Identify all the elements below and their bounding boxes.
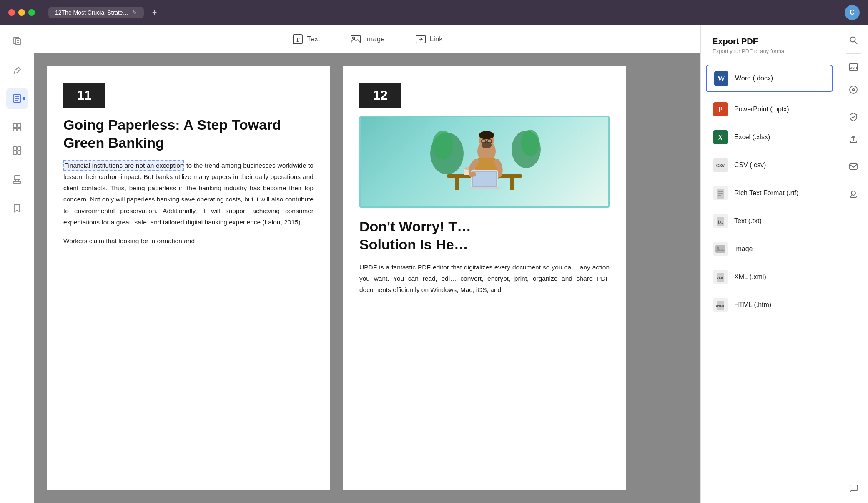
sidebar-item-stamp[interactable] [6, 169, 28, 190]
tab-title: 12The Most Crucial Strate… [55, 9, 129, 16]
export-option-word[interactable]: W Word (.docx) [706, 65, 833, 92]
selected-text: Financial institutions are not an except… [63, 160, 184, 171]
right-divider-4 [846, 180, 861, 180]
svg-rect-13 [18, 123, 21, 128]
sidebar-item-pages[interactable] [6, 30, 28, 52]
sidebar-divider-5 [9, 194, 25, 194]
new-tab-button[interactable]: + [152, 8, 157, 18]
svg-rect-12 [13, 123, 17, 128]
svg-rect-60 [717, 189, 724, 199]
export-option-word-label: Word (.docx) [735, 75, 773, 82]
svg-rect-48 [473, 172, 496, 186]
pdf-page-12: 12 [343, 66, 626, 490]
right-security-icon[interactable] [843, 107, 863, 127]
export-option-image[interactable]: Image [701, 235, 838, 263]
svg-rect-21 [13, 181, 21, 183]
page-number-11: 11 [63, 83, 105, 108]
svg-text:T: T [296, 37, 300, 43]
export-option-image-label: Image [734, 245, 753, 253]
tab[interactable]: 12The Most Crucial Strate… ✎ [48, 7, 144, 18]
export-option-csv[interactable]: CSV CSV (.csv) [701, 151, 838, 179]
toolbar-link-label: Link [430, 35, 443, 43]
csv-icon: CSV [712, 157, 728, 173]
sidebar-item-annotate[interactable] [6, 59, 28, 80]
right-search-icon[interactable] [843, 30, 863, 50]
page-body-11b: Workers claim that looking for informati… [63, 235, 314, 246]
svg-point-80 [850, 86, 857, 93]
export-option-powerpoint[interactable]: P PowerPoint (.pptx) [701, 96, 838, 123]
export-panel-header: Export PDF Export your PDF to any format [701, 37, 838, 61]
left-sidebar [0, 25, 34, 503]
page-number-12: 12 [359, 83, 401, 108]
maximize-button[interactable] [28, 9, 35, 16]
export-option-csv-label: CSV (.csv) [734, 161, 766, 169]
svg-rect-17 [18, 147, 21, 150]
sidebar-item-organize[interactable] [6, 140, 28, 161]
right-stamp-icon[interactable] [843, 184, 863, 204]
svg-text:P: P [718, 106, 723, 114]
word-icon: W [713, 70, 729, 86]
right-divider-3 [846, 153, 861, 153]
right-divider-2 [846, 103, 861, 103]
right-sidebar: OCR [838, 25, 868, 503]
toolbar-image-label: Image [365, 35, 384, 43]
export-option-html[interactable]: HTML HTML (.htm) [701, 291, 838, 319]
svg-text:HTML: HTML [716, 304, 725, 308]
right-ocr-icon[interactable]: OCR [843, 57, 863, 77]
svg-rect-84 [850, 196, 856, 197]
toolbar-image[interactable]: Image [343, 30, 391, 48]
content-area: T Text Image [34, 25, 700, 503]
page-title-12: Don't Worry! T…Solution Is He… [359, 218, 610, 253]
svg-rect-19 [18, 151, 21, 154]
pdf-page-11: 11 Going Paperless: A Step Toward Green … [47, 66, 330, 490]
svg-point-30 [432, 131, 453, 160]
svg-text:X: X [718, 133, 723, 142]
sidebar-item-edit[interactable] [6, 88, 28, 109]
svg-rect-4 [15, 39, 20, 45]
export-option-xml[interactable]: XML XML (.xml) [701, 263, 838, 291]
svg-text:CSV: CSV [716, 163, 725, 168]
toolbar-text[interactable]: T Text [285, 30, 326, 48]
svg-point-32 [521, 130, 539, 156]
svg-text:XML: XML [717, 276, 725, 280]
right-divider-5 [846, 207, 861, 207]
svg-rect-68 [715, 245, 725, 253]
app-body: T Text Image [0, 25, 868, 503]
svg-rect-20 [14, 176, 20, 180]
html-icon: HTML [712, 297, 728, 313]
right-email-icon[interactable] [843, 156, 863, 176]
txt-icon: txt [712, 213, 728, 229]
avatar[interactable]: C [845, 5, 860, 20]
toolbar-link[interactable]: Link [408, 30, 449, 48]
export-option-txt[interactable]: txt Text (.txt) [701, 207, 838, 235]
tab-edit-icon[interactable]: ✎ [132, 9, 137, 16]
image-export-icon [712, 241, 728, 257]
sidebar-item-bookmark[interactable] [6, 197, 28, 219]
svg-rect-34 [455, 178, 459, 190]
right-share-icon[interactable] [843, 129, 863, 149]
close-button[interactable] [8, 9, 15, 16]
svg-point-81 [853, 89, 854, 91]
svg-rect-82 [850, 164, 857, 169]
export-option-rtf[interactable]: Rich Text Format (.rtf) [701, 179, 838, 207]
image-icon [350, 33, 361, 45]
xml-icon: XML [712, 269, 728, 285]
minimize-button[interactable] [18, 9, 25, 16]
sidebar-divider-2 [9, 84, 25, 84]
toolbar-text-label: Text [307, 35, 320, 43]
export-panel-subtitle: Export your PDF to any format [712, 48, 826, 54]
sidebar-item-convert[interactable] [6, 116, 28, 138]
body-continuation: to the trend among businesses worldwide … [63, 162, 314, 226]
right-divider-1 [846, 53, 861, 54]
export-option-excel-label: Excel (.xlsx) [734, 133, 770, 141]
right-smart-icon[interactable] [843, 80, 863, 100]
export-option-excel[interactable]: X Excel (.xlsx) [701, 123, 838, 151]
svg-rect-35 [510, 178, 514, 190]
page-body-11: Financial institutions are not an except… [63, 160, 314, 228]
right-comment-icon[interactable] [843, 478, 863, 498]
powerpoint-icon: P [712, 101, 728, 117]
svg-text:txt: txt [718, 220, 723, 224]
pages-area[interactable]: 11 Going Paperless: A Step Toward Green … [34, 53, 700, 503]
svg-rect-18 [13, 151, 17, 154]
sidebar-divider-3 [9, 113, 25, 113]
